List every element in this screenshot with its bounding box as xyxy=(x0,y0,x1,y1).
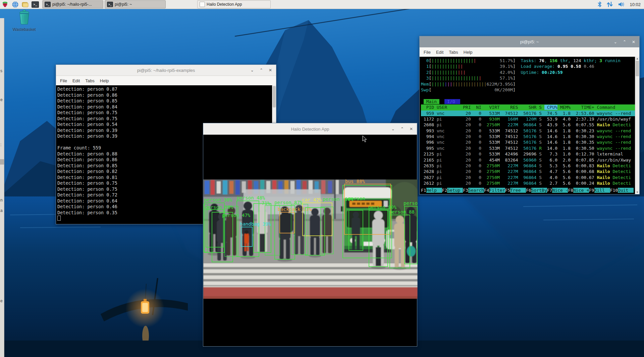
network-updown-icon[interactable] xyxy=(606,1,613,7)
process-row[interactable]: 2627 pi 20 0 2750M 227M 96864 S 4.0 5.6 … xyxy=(421,175,635,180)
process-row[interactable]: 994 vnc 20 0 533M 74512 50176 S 14.6 1.8… xyxy=(421,134,635,139)
raspberry-icon xyxy=(2,1,8,8)
process-row[interactable]: 2125 pi 20 0 533M 42496 29696 S 7.3 1.0 … xyxy=(421,151,635,157)
system-tray: 10:02 xyxy=(598,1,644,7)
window-title: pi@pi5: ~/hailo-rpi5-examples xyxy=(137,68,195,73)
detection-label: person xyxy=(323,196,340,202)
clipped-window-fragment: a xyxy=(0,208,3,213)
title-bar[interactable]: pi@pi5: ~/hailo-rpi5-examples ⌄ ⌃ ✕ xyxy=(56,65,276,76)
desktop-screen: se:naea Wastebasket pi@pi5: ~/hailo-rpi5… xyxy=(0,0,644,357)
globe-icon xyxy=(12,1,18,8)
menu-edit[interactable]: Edit xyxy=(433,50,446,55)
wastebasket-desktop-icon[interactable]: Wastebasket xyxy=(9,9,40,32)
terminal-cursor xyxy=(57,216,61,221)
window-terminal-htop: pi@pi5: ~ ⌄ ⌃ ✕ FileEditTabsHelp 0[|||||… xyxy=(419,36,640,194)
maximize-button[interactable]: ⌃ xyxy=(400,127,404,131)
process-row[interactable]: 993 vnc 20 0 533M 74512 50176 S 14.6 1.8… xyxy=(421,128,635,134)
detection-label: person 47% xyxy=(222,213,251,218)
bluetooth-icon[interactable] xyxy=(598,1,602,7)
terminal-line: Detection: person 0.84 xyxy=(57,104,271,110)
menu-help[interactable]: Help xyxy=(97,78,112,83)
detection-label: person xyxy=(348,196,365,201)
htop-output-area[interactable]: 0[||||||||||||||||| 51.7%] Tasks: 76, 15… xyxy=(420,57,639,194)
taskbar-item-terminal-hailo-examples[interactable]: >_ pi@pi5: ~/hailo-rpi5-... xyxy=(42,0,103,8)
process-row[interactable]: 2608 pi 20 0 2750M 227M 96864 S 43.9 5.6… xyxy=(421,122,635,128)
terminal-line: Detection: person 0.85 xyxy=(57,98,271,104)
terminal-line: Detection: person 0.86 xyxy=(57,92,271,98)
htop-screen: 0[||||||||||||||||| 51.7%] Tasks: 76, 15… xyxy=(421,58,635,194)
minimize-button[interactable]: ⌄ xyxy=(391,127,395,131)
scroll-up-icon[interactable]: ▲ xyxy=(635,57,639,60)
title-bar[interactable]: pi@pi5: ~ ⌄ ⌃ ✕ xyxy=(420,36,639,47)
volume-icon[interactable] xyxy=(618,1,625,7)
terminal-icon: >_ xyxy=(32,1,39,8)
terminal-cursor-line xyxy=(57,216,61,222)
detection-label: person 88 xyxy=(389,209,415,215)
clipped-window-fragment: a xyxy=(0,356,3,357)
minimize-button[interactable]: ⌄ xyxy=(614,40,617,44)
window-title: Hailo Detection App xyxy=(291,127,329,132)
taskbar-item-label: Hailo Detection App xyxy=(207,2,242,7)
close-button[interactable]: ✕ xyxy=(410,127,413,131)
close-button[interactable]: ✕ xyxy=(269,68,272,72)
process-row[interactable]: 1172 pi 20 0 930M 160M 120M S 53.9 4.0 2… xyxy=(421,116,635,122)
maximize-button[interactable]: ⌃ xyxy=(623,40,626,44)
process-row[interactable]: 2628 pi 20 0 2750M 227M 96864 S 4.7 5.6 … xyxy=(421,169,635,174)
clock[interactable]: 10:02 xyxy=(630,2,641,7)
detection-label: person xyxy=(404,200,418,206)
folder-icon xyxy=(22,2,29,7)
detection-label: person 38% xyxy=(205,205,233,210)
menu-file[interactable]: File xyxy=(421,50,433,55)
video-letterbox: person 30%person 38%person 47%person 48%… xyxy=(203,135,417,346)
process-row[interactable]: 995 vnc 20 0 533M 74512 50176 R 14.0 1.8… xyxy=(421,145,635,151)
detection-label: car 42% xyxy=(302,197,322,203)
applications-menu-button[interactable] xyxy=(0,0,10,8)
process-row[interactable]: 996 vnc 20 0 533M 74512 50176 S 14.6 1.8… xyxy=(421,139,635,145)
terminal-launcher-button[interactable]: >_ xyxy=(30,0,40,8)
process-row[interactable]: 2165 pi 20 0 454M 83264 56960 S 6.0 2.0 … xyxy=(421,157,635,163)
maximize-button[interactable]: ⌃ xyxy=(260,68,263,72)
taskbar: >_ >_ pi@pi5: ~/hailo-rpi5-... >_ pi@pi5… xyxy=(0,0,644,9)
detection-label: bus 88% xyxy=(345,179,365,184)
scroll-down-icon[interactable]: ▼ xyxy=(635,191,639,194)
mouse-cursor xyxy=(362,135,368,143)
clipped-window-fragment: s xyxy=(0,69,2,73)
terminal-icon: >_ xyxy=(107,2,113,7)
clipped-window-fragment: n xyxy=(0,198,3,203)
taskbar-item-terminal-htop[interactable]: >_ pi@pi5: ~ xyxy=(105,0,166,8)
offscreen-window-sliver[interactable]: se:naea xyxy=(0,18,4,357)
detection-label: person 48% xyxy=(237,195,265,200)
menu-file[interactable]: File xyxy=(57,78,70,83)
menu-tabs[interactable]: Tabs xyxy=(446,50,461,55)
scrollbar[interactable]: ▲ ▼ xyxy=(635,57,639,194)
htop-function-key-bar[interactable]: F1Help F2Setup F3SearchF4FilterF5Tree F6… xyxy=(421,187,634,193)
file-manager-button[interactable] xyxy=(20,0,30,8)
title-bar[interactable]: Hailo Detection App ⌄ ⌃ ✕ xyxy=(203,123,417,135)
web-browser-button[interactable] xyxy=(10,0,20,8)
taskbar-item-label: pi@pi5: ~/hailo-rpi5-... xyxy=(52,2,92,7)
process-row[interactable]: 2612 pi 20 0 2750M 227M 96864 S 2.7 5.6 … xyxy=(421,180,635,186)
clipped-window-fragment: : xyxy=(0,142,1,147)
menu-bar: FileEditTabsHelp xyxy=(420,47,639,57)
process-row[interactable]: 959 vnc 20 0 533M 74512 50176 S 74.5 1.8… xyxy=(421,110,635,116)
terminal-icon: >_ xyxy=(45,2,51,7)
menu-help[interactable]: Help xyxy=(461,50,475,55)
terminal-line: Detection: person 0.87 xyxy=(57,86,271,92)
minimize-button[interactable]: ⌄ xyxy=(251,68,254,72)
taskbar-item-hailo-detection-app[interactable]: Hailo Detection App xyxy=(197,0,271,8)
wastebasket-label: Wastebasket xyxy=(9,27,40,32)
clipped-window-fragment: e xyxy=(0,299,3,303)
taskbar-item-label: pi@pi5: ~ xyxy=(115,2,132,7)
detection-video-frame: person 30%person 38%person 47%person 48%… xyxy=(203,179,418,299)
process-row[interactable]: 2635 pi 20 0 2750M 227M 96864 S 5.3 5.6 … xyxy=(421,163,635,169)
terminal-line: Detection: person 0.75 xyxy=(57,110,271,116)
window-title: pi@pi5: ~ xyxy=(520,39,539,44)
scrollbar-thumb[interactable] xyxy=(273,86,276,107)
close-button[interactable]: ✕ xyxy=(632,40,635,44)
detection-label: person 87% xyxy=(274,200,303,205)
menu-tabs[interactable]: Tabs xyxy=(83,78,97,83)
detection-label: 71% xyxy=(262,200,270,206)
menu-edit[interactable]: Edit xyxy=(70,78,83,83)
terminal-line: Detection: person 0.75 xyxy=(57,116,271,122)
scrollbar-thumb[interactable] xyxy=(636,61,639,76)
